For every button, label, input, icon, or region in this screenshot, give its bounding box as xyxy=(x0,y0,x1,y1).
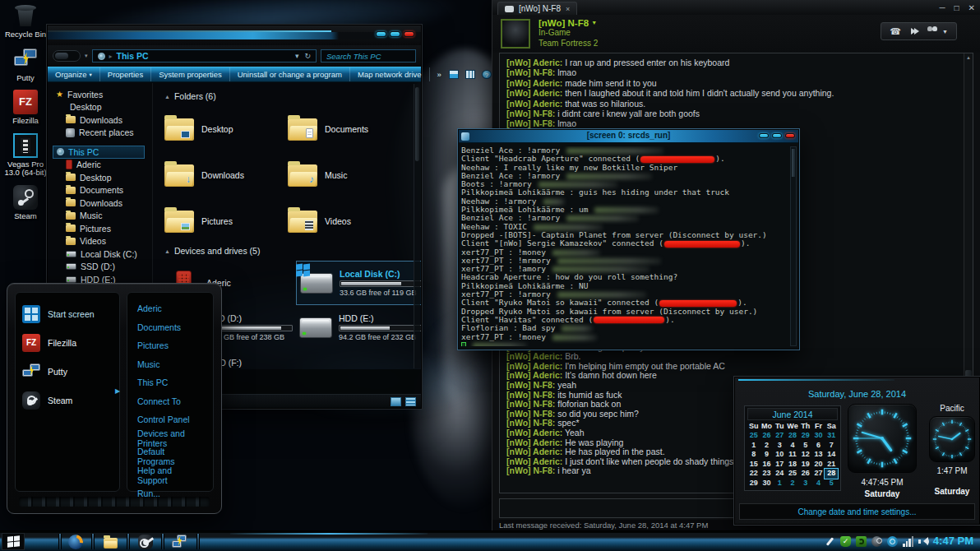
preview-pane-icon[interactable] xyxy=(465,70,475,79)
tray-circle-icon[interactable] xyxy=(887,536,898,547)
start-menu-place-help-and-support[interactable]: Help and Support xyxy=(127,466,213,485)
tray-steam-icon[interactable] xyxy=(871,536,882,547)
taskbar-app-putty[interactable] xyxy=(169,533,189,550)
maximize-button[interactable] xyxy=(772,133,782,138)
sidebar-item-downloads[interactable]: Downloads xyxy=(53,113,152,127)
taskbar-app-steam[interactable] xyxy=(136,533,155,550)
folder-item-desktop[interactable]: Desktop xyxy=(164,106,288,152)
taskbar-clock[interactable]: 4:47 PM xyxy=(933,535,973,547)
start-button[interactable] xyxy=(2,533,25,550)
history-dropdown-icon[interactable]: ▾ xyxy=(85,53,88,59)
calendar-day[interactable]: 2 xyxy=(760,441,774,451)
sidebar-item-recent-places[interactable]: Recent places xyxy=(53,127,152,140)
tray-nvidia-icon[interactable] xyxy=(856,536,867,547)
thumbnail-view-icon[interactable] xyxy=(405,397,416,406)
calendar-day[interactable]: 4 xyxy=(812,479,825,488)
sidebar-item-desktop[interactable]: Desktop xyxy=(53,171,152,184)
start-menu-place-pictures[interactable]: Pictures xyxy=(127,336,213,355)
change-date-time-button[interactable]: Change date and time settings... xyxy=(739,503,975,520)
address-bar[interactable]: ▸ This PC ▾ ↻ xyxy=(92,49,317,63)
back-button[interactable] xyxy=(53,50,81,62)
taskbar-app-explorer[interactable] xyxy=(100,533,120,550)
calendar-day[interactable]: 21 xyxy=(825,460,838,470)
start-menu-item-start-screen[interactable]: Start screen xyxy=(16,299,119,328)
change-view-icon[interactable] xyxy=(449,70,459,79)
send-file-icon[interactable] xyxy=(911,27,922,36)
calendar-day[interactable]: 3 xyxy=(773,441,786,451)
sidebar-item-videos[interactable]: Videos xyxy=(53,235,152,248)
details-view-icon[interactable] xyxy=(391,397,401,406)
calendar-day[interactable]: 12 xyxy=(799,450,812,460)
maximize-button[interactable] xyxy=(390,31,400,37)
chat-tab[interactable]: [nWo] N-F8 × xyxy=(497,2,577,15)
toolbar-item[interactable]: Properties xyxy=(100,67,151,81)
folder-item-pictures[interactable]: Pictures xyxy=(164,198,288,244)
calendar-day[interactable]: 26 xyxy=(760,431,774,441)
collapse-icon[interactable]: ▲ xyxy=(164,94,170,100)
start-menu-item-steam[interactable]: Steam xyxy=(16,386,119,414)
calendar-day[interactable]: 25 xyxy=(786,469,799,479)
address-dropdown-icon[interactable]: ▾ xyxy=(295,52,299,60)
folder-item-documents[interactable]: Documents xyxy=(288,106,411,152)
calendar-day[interactable]: 15 xyxy=(747,460,760,470)
calendar-day[interactable]: 1 xyxy=(747,441,760,451)
calendar-day[interactable]: 5 xyxy=(825,479,838,488)
calendar-day[interactable]: 30 xyxy=(812,431,825,441)
calendar-day[interactable]: 28 xyxy=(786,431,799,441)
sidebar-item-pictures[interactable]: Pictures xyxy=(53,222,152,235)
calendar-day[interactable]: 2 xyxy=(786,479,799,488)
scrollbar-thumb[interactable] xyxy=(792,149,795,177)
calendar-day[interactable]: 6 xyxy=(812,441,825,451)
friend-name[interactable]: [nWo] N-F8 ▼ xyxy=(539,18,598,28)
calendar-day[interactable]: 26 xyxy=(799,469,812,479)
calendar-day[interactable]: 13 xyxy=(812,450,825,460)
search-input[interactable]: Search This PC xyxy=(321,49,416,63)
folder-item-downloads[interactable]: ↓Downloads xyxy=(164,152,288,198)
toolbar-item[interactable]: Uninstall or change a program xyxy=(230,67,350,81)
close-button[interactable] xyxy=(404,31,414,37)
start-menu-place-documents[interactable]: Documents xyxy=(127,318,213,337)
toolbar-item[interactable]: Organize▾ xyxy=(48,67,100,81)
console-scrollbar[interactable] xyxy=(790,146,797,346)
desktop-icon-vegas-pro[interactable]: Vegas Pro 13.0 (64-bit) xyxy=(2,133,49,178)
calendar-day[interactable]: 10 xyxy=(773,450,786,460)
calendar-day[interactable]: 22 xyxy=(747,469,760,479)
calendar-day[interactable]: 3 xyxy=(799,479,812,488)
desktop-icon-putty[interactable]: Putty xyxy=(2,47,49,83)
calendar-day[interactable]: 9 xyxy=(760,450,774,460)
tab-close-icon[interactable]: × xyxy=(566,5,570,13)
sidebar-item-favorites[interactable]: ★Favorites xyxy=(53,88,152,101)
start-menu-place-connect-to[interactable]: Connect To xyxy=(127,392,213,411)
calendar-day[interactable]: 24 xyxy=(773,469,786,479)
start-menu-place-music[interactable]: Music xyxy=(127,355,213,374)
calendar-day[interactable]: 29 xyxy=(747,479,760,488)
calendar-day[interactable]: 30 xyxy=(760,479,774,488)
folder-item-videos[interactable]: Videos xyxy=(288,198,411,244)
calendar-day[interactable]: 20 xyxy=(812,460,825,470)
refresh-icon[interactable]: ↻ xyxy=(304,52,311,60)
devices-section-header[interactable]: ▲ Devices and drives (5) xyxy=(164,246,409,256)
sidebar-item-ssd-d-[interactable]: SSD (D:) xyxy=(53,261,152,274)
calendar-day[interactable]: 1 xyxy=(773,479,786,488)
sidebar-item-downloads[interactable]: Downloads xyxy=(53,197,152,210)
calendar-day[interactable]: 11 xyxy=(786,450,799,460)
maximize-icon[interactable]: □ xyxy=(955,3,959,12)
calendar-day[interactable]: 27 xyxy=(773,431,786,441)
sidebar-item-desktop[interactable]: Desktop xyxy=(53,101,152,114)
help-icon[interactable]: ? xyxy=(482,70,492,79)
start-menu-place-default-programs[interactable]: Default Programs xyxy=(127,447,213,466)
taskbar-app-firefox[interactable] xyxy=(66,533,86,550)
folders-section-header[interactable]: ▲ Folders (6) xyxy=(164,91,409,101)
sidebar-item-documents[interactable]: Documents xyxy=(53,184,152,197)
call-icon[interactable]: ☎ xyxy=(890,27,901,36)
sidebar-item-aderic[interactable]: Aderic xyxy=(53,159,152,172)
start-menu-item-filezilla[interactable]: FZFilezilla xyxy=(16,328,119,357)
calendar-day[interactable]: 8 xyxy=(747,450,760,460)
minimize-icon[interactable]: ─ xyxy=(939,3,945,12)
calendar-day[interactable]: 29 xyxy=(799,431,812,441)
calendar-day[interactable]: 27 xyxy=(812,469,825,479)
tray-pen-icon[interactable] xyxy=(825,536,835,547)
device-item-hdd-e-[interactable]: HDD (E:)94.2 GB free of 232 GB xyxy=(296,305,421,350)
start-menu-place-this-pc[interactable]: This PC xyxy=(127,373,213,392)
sidebar-item-local-disk-c-[interactable]: Local Disk (C:) xyxy=(53,248,152,261)
